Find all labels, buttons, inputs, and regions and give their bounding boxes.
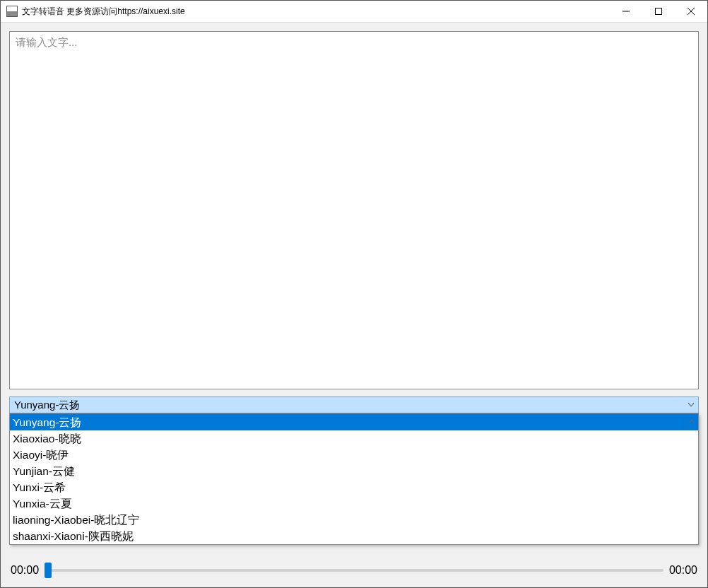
- seek-track[interactable]: [45, 569, 663, 572]
- maximize-icon: [655, 8, 662, 15]
- svg-rect-1: [656, 8, 662, 15]
- voice-option[interactable]: Yunxi-云希: [10, 479, 698, 495]
- titlebar[interactable]: 文字转语音 更多资源访问https://aixuexi.site: [1, 1, 707, 23]
- minimize-button[interactable]: [610, 1, 642, 22]
- window-title: 文字转语音 更多资源访问https://aixuexi.site: [22, 6, 185, 18]
- voice-select-value: Yunyang-云扬: [14, 399, 80, 412]
- voice-option[interactable]: Yunyang-云扬: [10, 414, 698, 430]
- voice-option[interactable]: Xiaoyi-晓伊: [10, 447, 698, 463]
- voice-option[interactable]: shaanxi-Xiaoni-陕西晓妮: [10, 528, 698, 544]
- seek-thumb[interactable]: [45, 563, 52, 578]
- maximize-button[interactable]: [642, 1, 675, 22]
- client-area: 请输入文字... Yunyang-云扬 Yunyang-云扬 Xiaoxiao-…: [1, 23, 707, 587]
- close-button[interactable]: [675, 1, 707, 22]
- audio-player: 00:00 00:00: [9, 562, 699, 579]
- current-time: 00:00: [11, 564, 39, 577]
- total-time: 00:00: [669, 564, 697, 577]
- minimize-icon: [623, 8, 630, 15]
- voice-option[interactable]: liaoning-Xiaobei-晓北辽宁: [10, 512, 698, 528]
- text-input[interactable]: 请输入文字...: [9, 31, 699, 389]
- voice-select[interactable]: Yunyang-云扬: [9, 396, 699, 413]
- voice-option[interactable]: Xiaoxiao-晓晓: [10, 430, 698, 447]
- voice-dropdown[interactable]: Yunyang-云扬 Xiaoxiao-晓晓 Xiaoyi-晓伊 Yunjian…: [9, 413, 699, 545]
- voice-select-wrap: Yunyang-云扬 Yunyang-云扬 Xiaoxiao-晓晓 Xiaoyi…: [9, 396, 699, 413]
- app-icon: [6, 6, 18, 17]
- chevron-up-icon[interactable]: [686, 416, 697, 427]
- close-icon: [688, 8, 695, 15]
- chevron-down-icon: [688, 403, 694, 407]
- app-window: 文字转语音 更多资源访问https://aixuexi.site 请输入文字..…: [0, 0, 708, 588]
- text-input-placeholder: 请输入文字...: [16, 36, 78, 48]
- voice-option[interactable]: Yunjian-云健: [10, 463, 698, 479]
- voice-option[interactable]: Yunxia-云夏: [10, 495, 698, 512]
